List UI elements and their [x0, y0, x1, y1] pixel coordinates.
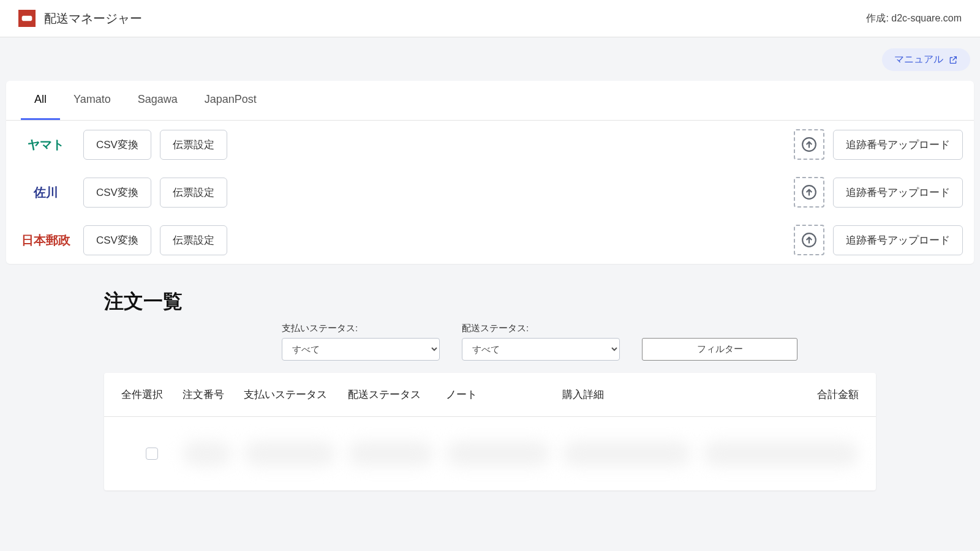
author-label: 作成: d2c-square.com	[866, 12, 962, 25]
orders-section-head: 注文一覧	[0, 264, 980, 323]
upload-icon	[801, 137, 817, 152]
carrier-card: All Yamato Sagawa JapanPost ヤマト CSV変換 伝票…	[6, 81, 974, 264]
upload-zone-yamato[interactable]	[794, 129, 824, 160]
carrier-row-sagawa: 佐川 CSV変換 伝票設定 追跡番号アップロード	[6, 168, 974, 216]
carrier-label-yamato: ヤマト	[17, 137, 75, 153]
tab-sagawa[interactable]: Sagawa	[124, 81, 191, 120]
upload-icon	[801, 232, 817, 248]
upload-zone-sagawa[interactable]	[794, 177, 824, 208]
external-link-icon	[948, 55, 958, 65]
col-detail: 購入詳細	[562, 388, 703, 402]
cell-ship-status	[348, 441, 434, 466]
app-header: 配送マネージャー 作成: d2c-square.com	[0, 0, 980, 37]
app-title: 配送マネージャー	[44, 10, 142, 27]
col-order-no: 注文番号	[183, 388, 244, 402]
cell-detail	[562, 441, 691, 466]
upload-button-japanpost[interactable]: 追跡番号アップロード	[833, 225, 963, 255]
manual-button[interactable]: マニュアル	[882, 48, 970, 71]
filter-ship-label: 配送ステータス:	[462, 323, 620, 334]
manual-button-label: マニュアル	[894, 53, 943, 66]
orders-title: 注文一覧	[104, 288, 980, 315]
orders-table: 全件選択 注文番号 支払いステータス 配送ステータス ノート 購入詳細 合計金額	[104, 373, 876, 490]
cell-order-no	[183, 441, 232, 466]
filter-button[interactable]: フィルター	[642, 338, 797, 361]
table-row	[104, 417, 876, 490]
col-pay-status: 支払いステータス	[244, 388, 348, 402]
cell-total	[703, 441, 859, 466]
tab-japanpost[interactable]: JapanPost	[191, 81, 270, 120]
upload-zone-japanpost[interactable]	[794, 225, 824, 255]
carrier-tabs: All Yamato Sagawa JapanPost	[6, 81, 974, 121]
header-left: 配送マネージャー	[18, 10, 142, 27]
slip-button-japanpost[interactable]: 伝票設定	[160, 225, 227, 255]
col-select-all: 全件選択	[121, 388, 183, 402]
tab-yamato[interactable]: Yamato	[60, 81, 124, 120]
carrier-label-japanpost: 日本郵政	[17, 232, 75, 249]
slip-button-yamato[interactable]: 伝票設定	[160, 130, 227, 160]
slip-button-sagawa[interactable]: 伝票設定	[160, 178, 227, 208]
filters: 支払いステータス: すべて 配送ステータス: すべて フィルター	[0, 323, 980, 373]
col-total: 合計金額	[703, 388, 859, 402]
ship-status-select[interactable]: すべて	[462, 338, 620, 361]
carrier-row-japanpost: 日本郵政 CSV変換 伝票設定 追跡番号アップロード	[6, 216, 974, 264]
upload-button-yamato[interactable]: 追跡番号アップロード	[833, 130, 963, 160]
cell-pay-status	[244, 441, 336, 466]
filter-pay-label: 支払いステータス:	[282, 323, 440, 334]
col-note: ノート	[446, 388, 562, 402]
tab-all[interactable]: All	[21, 81, 60, 120]
table-head: 全件選択 注文番号 支払いステータス 配送ステータス ノート 購入詳細 合計金額	[104, 373, 876, 417]
upload-icon	[801, 184, 817, 200]
cell-note	[446, 441, 550, 466]
pay-status-select[interactable]: すべて	[282, 338, 440, 361]
csv-button-yamato[interactable]: CSV変換	[83, 130, 151, 160]
csv-button-japanpost[interactable]: CSV変換	[83, 225, 151, 255]
carrier-label-sagawa: 佐川	[17, 184, 75, 201]
app-icon	[18, 10, 36, 27]
filter-pay: 支払いステータス: すべて	[282, 323, 440, 361]
manual-row: マニュアル	[0, 37, 980, 71]
row-checkbox[interactable]	[146, 448, 158, 460]
carrier-row-yamato: ヤマト CSV変換 伝票設定 追跡番号アップロード	[6, 121, 974, 168]
csv-button-sagawa[interactable]: CSV変換	[83, 178, 151, 208]
col-ship-status: 配送ステータス	[348, 388, 446, 402]
filter-ship: 配送ステータス: すべて	[462, 323, 620, 361]
upload-button-sagawa[interactable]: 追跡番号アップロード	[833, 178, 963, 208]
